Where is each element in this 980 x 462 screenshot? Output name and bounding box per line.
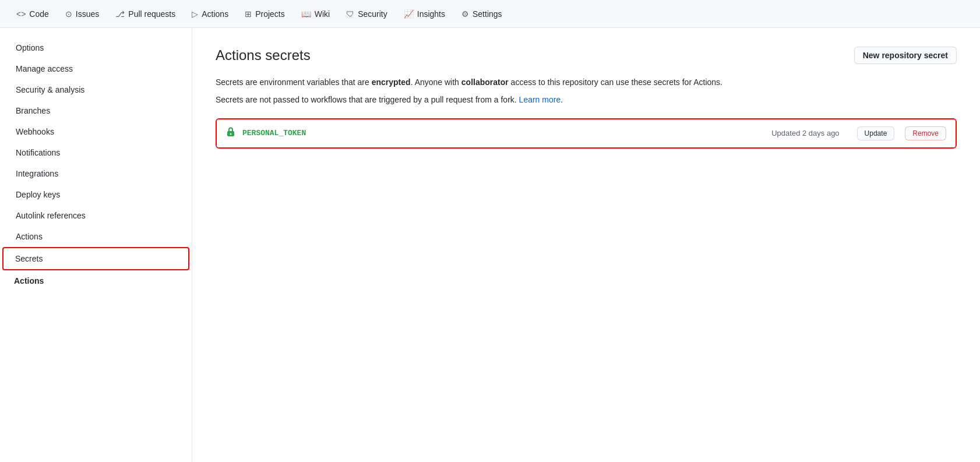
settings-icon: ⚙	[461, 9, 469, 19]
new-repository-secret-button[interactable]: New repository secret	[854, 47, 957, 64]
description-line1: Secrets are environment variables that a…	[216, 76, 957, 89]
secret-row: PERSONAL_TOKEN Updated 2 days ago Update…	[217, 119, 956, 147]
nav-pull-requests-label: Pull requests	[128, 9, 175, 19]
page-title: Actions secrets	[216, 47, 311, 64]
sidebar-item-manage-access[interactable]: Manage access	[0, 58, 192, 79]
desc1-post: access to this repository can use these …	[509, 77, 722, 87]
nav-issues-label: Issues	[76, 9, 99, 19]
secret-updated: Updated 2 days ago	[771, 129, 839, 137]
nav-wiki[interactable]: 📖 Wiki	[294, 5, 337, 23]
nav-settings-label: Settings	[473, 9, 502, 19]
nav-insights[interactable]: 📈 Insights	[397, 5, 452, 23]
desc2-post: .	[560, 95, 563, 104]
projects-icon: ⊞	[245, 9, 252, 19]
nav-code[interactable]: <> Code	[9, 5, 56, 23]
desc2-pre: Secrets are not passed to workflows that…	[216, 95, 519, 104]
code-icon: <>	[16, 9, 26, 19]
desc1-bold1: encrypted	[372, 77, 411, 87]
svg-point-1	[230, 133, 232, 135]
nav-projects[interactable]: ⊞ Projects	[238, 5, 292, 23]
nav-issues[interactable]: ⊙ Issues	[58, 5, 106, 23]
desc1-pre: Secrets are environment variables that a…	[216, 77, 372, 87]
nav-insights-label: Insights	[417, 9, 445, 19]
update-secret-button[interactable]: Update	[857, 126, 895, 140]
secrets-box: PERSONAL_TOKEN Updated 2 days ago Update…	[216, 118, 957, 149]
layout: Options Manage access Security & analysi…	[0, 28, 980, 462]
nav-projects-label: Projects	[255, 9, 285, 19]
description-line2: Secrets are not passed to workflows that…	[216, 93, 957, 106]
nav-pull-requests[interactable]: ⎇ Pull requests	[108, 5, 182, 23]
sidebar-item-webhooks[interactable]: Webhooks	[0, 121, 192, 142]
lock-icon	[226, 126, 235, 140]
page-header: Actions secrets New repository secret	[216, 47, 957, 64]
learn-more-link[interactable]: Learn more	[519, 95, 561, 104]
wiki-icon: 📖	[301, 9, 311, 19]
sidebar-item-options[interactable]: Options	[0, 37, 192, 58]
secret-name: PERSONAL_TOKEN	[242, 129, 764, 137]
sidebar-item-actions[interactable]: Actions	[0, 226, 192, 247]
sidebar: Options Manage access Security & analysi…	[0, 28, 192, 462]
issues-icon: ⊙	[65, 9, 72, 19]
nav-security[interactable]: 🛡 Security	[339, 5, 394, 23]
sidebar-item-autolink-references[interactable]: Autolink references	[0, 205, 192, 226]
sidebar-item-security-analysis[interactable]: Security & analysis	[0, 79, 192, 100]
nav-actions-label: Actions	[202, 9, 228, 19]
sidebar-item-notifications[interactable]: Notifications	[0, 142, 192, 163]
nav-actions[interactable]: ▷ Actions	[185, 5, 235, 23]
nav-settings[interactable]: ⚙ Settings	[454, 5, 509, 23]
remove-secret-button[interactable]: Remove	[905, 126, 946, 140]
security-icon: 🛡	[346, 9, 354, 19]
main-content: Actions secrets New repository secret Se…	[192, 28, 980, 462]
pull-requests-icon: ⎇	[115, 9, 125, 19]
desc1-bold2: collaborator	[461, 77, 509, 87]
insights-icon: 📈	[404, 9, 414, 19]
nav-wiki-label: Wiki	[315, 9, 330, 19]
sidebar-item-branches[interactable]: Branches	[0, 100, 192, 121]
sidebar-item-secrets[interactable]: Secrets	[2, 247, 189, 270]
top-nav: <> Code ⊙ Issues ⎇ Pull requests ▷ Actio…	[0, 0, 980, 28]
sidebar-item-deploy-keys[interactable]: Deploy keys	[0, 184, 192, 205]
sidebar-item-integrations[interactable]: Integrations	[0, 163, 192, 184]
sidebar-bottom-section-label: Actions	[0, 270, 192, 291]
nav-code-label: Code	[29, 9, 48, 19]
desc1-mid: . Anyone with	[411, 77, 461, 87]
actions-icon: ▷	[192, 9, 198, 19]
nav-security-label: Security	[358, 9, 387, 19]
